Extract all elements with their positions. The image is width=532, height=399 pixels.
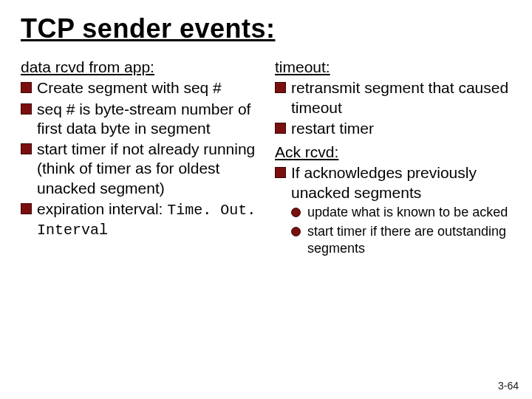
list-item: seq # is byte-stream number of first dat… bbox=[21, 100, 257, 139]
sub-bullet-list: update what is known to be acked start t… bbox=[291, 204, 511, 257]
list-item: restart timer bbox=[275, 119, 511, 138]
bullet-text: start timer if not already running (thin… bbox=[37, 140, 255, 197]
right-column: timeout: retransmit segment that caused … bbox=[275, 58, 511, 261]
bullet-text: seq # is byte-stream number of first dat… bbox=[37, 100, 250, 137]
list-item: retransmit segment that caused timeout bbox=[275, 78, 511, 117]
sub-list-item: update what is known to be acked bbox=[291, 204, 511, 221]
sub-list-item: start timer if there are outstanding seg… bbox=[291, 223, 511, 256]
right-bullet-list-ack: If acknowledges previously unacked segme… bbox=[275, 163, 511, 256]
left-bullet-list: Create segment with seq # seq # is byte-… bbox=[21, 78, 257, 239]
list-item: expiration interval: Time. Out. Interval bbox=[21, 200, 257, 239]
right-heading-timeout: timeout: bbox=[275, 58, 511, 77]
left-column: data rcvd from app: Create segment with … bbox=[21, 58, 257, 261]
bullet-text: restart timer bbox=[291, 120, 374, 137]
left-heading: data rcvd from app: bbox=[21, 58, 257, 77]
sub-bullet-text: start timer if there are outstanding seg… bbox=[307, 224, 506, 256]
bullet-text: Create segment with seq # bbox=[37, 79, 222, 96]
list-item: start timer if not already running (thin… bbox=[21, 140, 257, 198]
content-columns: data rcvd from app: Create segment with … bbox=[21, 58, 511, 261]
slide-title: TCP sender events: bbox=[21, 13, 511, 44]
slide: TCP sender events: data rcvd from app: C… bbox=[0, 0, 532, 399]
sub-bullet-text: update what is known to be acked bbox=[307, 205, 508, 219]
page-number: 3-64 bbox=[498, 380, 519, 392]
bullet-text: retransmit segment that caused timeout bbox=[291, 79, 508, 115]
right-heading-ack: Ack rcvd: bbox=[275, 143, 511, 162]
list-item: Create segment with seq # bbox=[21, 78, 257, 98]
bullet-text: expiration interval: bbox=[37, 200, 167, 217]
bullet-text: If acknowledges previously unacked segme… bbox=[291, 164, 477, 200]
list-item: If acknowledges previously unacked segme… bbox=[275, 163, 511, 256]
right-bullet-list-timeout: retransmit segment that caused timeout r… bbox=[275, 78, 511, 138]
